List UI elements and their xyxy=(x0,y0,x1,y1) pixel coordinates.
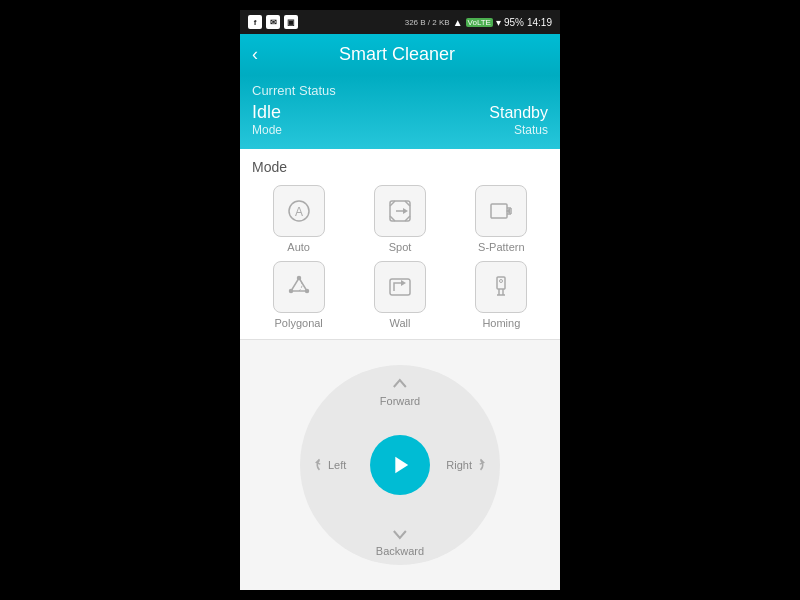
control-circle: Forward Left xyxy=(300,365,500,565)
mode-grid: A Auto Spot xyxy=(252,185,548,329)
mode-title: Mode xyxy=(252,159,548,175)
forward-label: Forward xyxy=(380,395,420,407)
svg-marker-24 xyxy=(395,457,408,473)
svg-marker-18 xyxy=(401,280,406,286)
mode-auto[interactable]: A Auto xyxy=(252,185,345,253)
polygonal-icon xyxy=(285,273,313,301)
svg-marker-8 xyxy=(403,208,408,214)
backward-button[interactable]: Backward xyxy=(376,523,424,557)
spot-icon-box xyxy=(374,185,426,237)
auto-icon: A xyxy=(285,197,313,225)
polygonal-icon-box xyxy=(273,261,325,313)
back-button[interactable]: ‹ xyxy=(252,44,258,65)
spattern-label: S-Pattern xyxy=(478,241,524,253)
mode-sublabel: Mode xyxy=(252,123,282,137)
control-section: Forward Left xyxy=(240,340,560,590)
status-bar: f ✉ ▣ 326 B / 2 KB ▲ VoLTE ▾ 95% 14:19 xyxy=(240,10,560,34)
homing-label: Homing xyxy=(482,317,520,329)
battery-level: 95% xyxy=(504,17,524,28)
svg-point-16 xyxy=(289,290,292,293)
header: ‹ Smart Cleaner xyxy=(240,34,560,75)
backward-icon xyxy=(389,523,411,545)
homing-icon-box xyxy=(475,261,527,313)
right-label: Right xyxy=(446,459,472,471)
spot-icon xyxy=(386,197,414,225)
status-bar-right: 326 B / 2 KB ▲ VoLTE ▾ 95% 14:19 xyxy=(405,17,552,28)
forward-icon xyxy=(389,373,411,395)
polygonal-label: Polygonal xyxy=(275,317,323,329)
left-icon xyxy=(308,456,326,474)
status-bar-left: f ✉ ▣ xyxy=(248,15,298,29)
svg-rect-9 xyxy=(491,204,507,218)
play-icon xyxy=(386,451,414,479)
spattern-icon-box xyxy=(475,185,527,237)
wall-label: Wall xyxy=(390,317,411,329)
mode-section: Mode A Auto xyxy=(240,149,560,339)
spattern-icon xyxy=(487,197,515,225)
backward-label: Backward xyxy=(376,545,424,557)
forward-button[interactable]: Forward xyxy=(380,373,420,407)
left-label: Left xyxy=(328,459,346,471)
svg-rect-17 xyxy=(390,279,410,295)
auto-icon-box: A xyxy=(273,185,325,237)
right-button[interactable]: Right xyxy=(446,456,492,474)
network-speed: 326 B / 2 KB xyxy=(405,18,450,27)
left-button[interactable]: Left xyxy=(308,456,346,474)
mode-polygonal[interactable]: Polygonal xyxy=(252,261,345,329)
mode-spot[interactable]: Spot xyxy=(353,185,446,253)
standby-status: Standby xyxy=(489,104,548,122)
wall-icon-box xyxy=(374,261,426,313)
mode-homing[interactable]: Homing xyxy=(455,261,548,329)
spot-label: Spot xyxy=(389,241,412,253)
wall-icon xyxy=(386,273,414,301)
current-status-section: Current Status Idle Standby Mode Status xyxy=(240,75,560,149)
signal-icon: ▲ xyxy=(453,17,463,28)
carrier-label: VoLTE xyxy=(466,18,493,27)
notification-icon: ✉ xyxy=(266,15,280,29)
mode-spattern[interactable]: S-Pattern xyxy=(455,185,548,253)
svg-point-15 xyxy=(305,290,308,293)
idle-status: Idle xyxy=(252,102,281,123)
current-status-label: Current Status xyxy=(252,83,548,98)
right-icon xyxy=(474,456,492,474)
auto-label: Auto xyxy=(287,241,310,253)
svg-point-23 xyxy=(500,280,503,283)
facebook-icon: f xyxy=(248,15,262,29)
svg-text:A: A xyxy=(295,205,303,219)
clock: 14:19 xyxy=(527,17,552,28)
play-button[interactable] xyxy=(370,435,430,495)
wifi-icon: ▾ xyxy=(496,17,501,28)
mode-wall[interactable]: Wall xyxy=(353,261,446,329)
homing-icon xyxy=(487,273,515,301)
image-icon: ▣ xyxy=(284,15,298,29)
status-sublabel: Status xyxy=(514,123,548,137)
page-title: Smart Cleaner xyxy=(266,44,528,65)
